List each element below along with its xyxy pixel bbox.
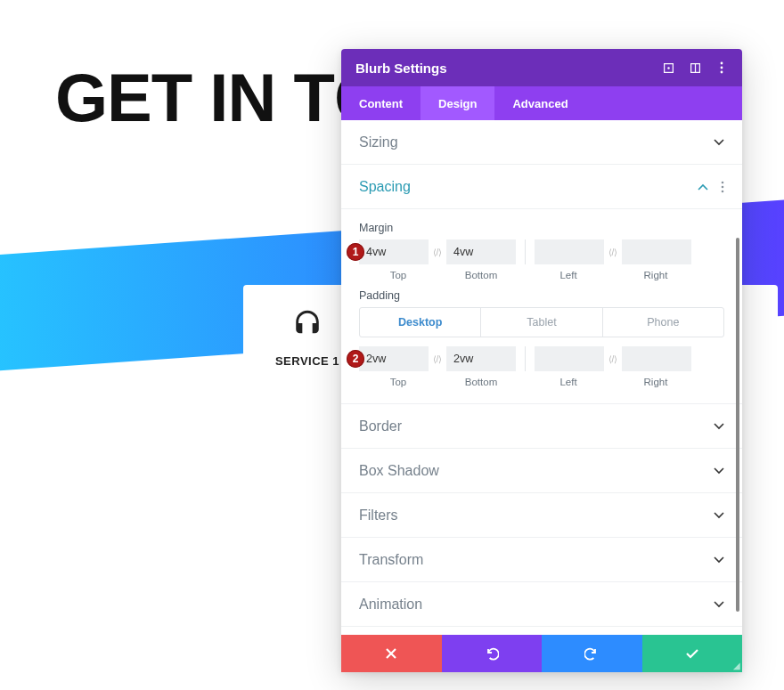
callout-marker-2: 2	[347, 350, 364, 368]
sub-right: Right	[612, 377, 699, 387]
svg-point-4	[721, 62, 723, 65]
section-label: Sizing	[359, 134, 398, 150]
chevron-down-icon	[714, 467, 724, 475]
tab-content[interactable]: Content	[341, 86, 421, 120]
chevron-up-icon	[698, 183, 708, 191]
padding-row: 2 ⟨/⟩ ⟨/⟩	[359, 346, 724, 371]
section-label: Border	[359, 418, 402, 434]
check-icon	[685, 648, 699, 659]
margin-bottom-input[interactable]	[446, 239, 516, 264]
padding-sub-labels: Top Bottom Left Right	[359, 377, 724, 387]
headphones-icon	[292, 308, 323, 338]
section-label: Transform	[359, 552, 423, 568]
section-animation[interactable]: Animation	[341, 582, 742, 627]
redo-button[interactable]	[542, 635, 642, 672]
chevron-down-icon	[714, 423, 724, 430]
device-phone[interactable]: Phone	[602, 308, 723, 337]
cancel-button[interactable]	[341, 635, 442, 672]
sub-right: Right	[612, 270, 699, 280]
svg-point-9	[722, 190, 724, 192]
link-icon[interactable]: ⟨/⟩	[604, 239, 622, 264]
sub-left: Left	[525, 270, 612, 280]
link-icon[interactable]: ⟨/⟩	[429, 346, 446, 371]
expand-icon[interactable]	[662, 61, 674, 74]
section-border[interactable]: Border	[341, 404, 742, 449]
section-label: Animation	[359, 597, 422, 613]
svg-point-8	[722, 185, 724, 188]
chevron-down-icon	[714, 556, 724, 564]
panel-scroll: Sizing Spacing Margin 1 ⟨/⟩	[341, 120, 742, 635]
svg-point-7	[722, 181, 724, 183]
margin-label: Margin	[359, 222, 724, 234]
padding-right-input[interactable]	[622, 346, 691, 371]
divider	[525, 239, 526, 264]
section-transform[interactable]: Transform	[341, 538, 742, 582]
scrollbar[interactable]	[736, 238, 739, 612]
callout-marker-1: 1	[347, 243, 364, 261]
chevron-down-icon	[714, 601, 724, 608]
columns-icon[interactable]	[689, 61, 701, 74]
sub-top: Top	[359, 377, 437, 387]
section-options-icon[interactable]	[721, 181, 724, 193]
section-label: Box Shadow	[359, 463, 439, 479]
panel-tabs: Content Design Advanced	[341, 86, 742, 120]
margin-row: 1 ⟨/⟩ ⟨/⟩	[359, 239, 724, 264]
sub-bottom: Bottom	[437, 270, 525, 280]
svg-point-1	[667, 67, 669, 69]
padding-top-input[interactable]	[359, 346, 429, 371]
section-box-shadow[interactable]: Box Shadow	[341, 449, 742, 493]
service-label: SERVICE 1	[272, 354, 343, 368]
kebab-icon[interactable]	[715, 61, 728, 74]
svg-point-5	[721, 67, 723, 69]
spacing-body: Margin 1 ⟨/⟩ ⟨/⟩ Top Bottom Left Right P…	[341, 209, 742, 404]
padding-bottom-input[interactable]	[446, 346, 516, 371]
settings-panel: Blurb Settings Content Design Advanced S…	[341, 49, 742, 672]
margin-left-input[interactable]	[535, 239, 604, 264]
undo-button[interactable]	[442, 635, 543, 672]
section-spacing[interactable]: Spacing	[341, 165, 742, 209]
section-label: Spacing	[359, 179, 411, 195]
tab-design[interactable]: Design	[421, 86, 494, 120]
section-label: Filters	[359, 507, 398, 524]
resize-handle-icon[interactable]: ◢	[733, 661, 740, 670]
device-tabs: Desktop Tablet Phone	[359, 307, 724, 337]
svg-point-6	[721, 71, 723, 74]
margin-top-input[interactable]	[359, 239, 429, 264]
background-heading: GET IN TC	[55, 59, 382, 136]
section-filters[interactable]: Filters	[341, 493, 742, 538]
section-sizing[interactable]: Sizing	[341, 120, 742, 165]
panel-header: Blurb Settings	[341, 49, 742, 86]
close-icon	[385, 647, 397, 660]
margin-sub-labels: Top Bottom Left Right	[359, 270, 724, 280]
panel-footer: ◢	[341, 635, 742, 672]
sub-top: Top	[359, 270, 437, 280]
sub-left: Left	[525, 377, 612, 387]
tab-advanced[interactable]: Advanced	[494, 86, 585, 120]
sub-bottom: Bottom	[437, 377, 525, 387]
device-tablet[interactable]: Tablet	[480, 308, 601, 337]
service-blurb: SERVICE 1	[272, 308, 343, 368]
padding-label: Padding	[359, 289, 724, 302]
undo-icon	[485, 646, 499, 661]
padding-left-input[interactable]	[535, 346, 604, 371]
panel-title: Blurb Settings	[355, 61, 447, 76]
device-desktop[interactable]: Desktop	[360, 308, 480, 337]
margin-right-input[interactable]	[622, 239, 691, 264]
chevron-down-icon	[714, 139, 724, 146]
divider	[525, 346, 526, 371]
redo-icon	[584, 646, 599, 661]
link-icon[interactable]: ⟨/⟩	[429, 239, 446, 264]
link-icon[interactable]: ⟨/⟩	[604, 346, 622, 371]
chevron-down-icon	[714, 512, 724, 519]
save-button[interactable]: ◢	[642, 635, 743, 672]
